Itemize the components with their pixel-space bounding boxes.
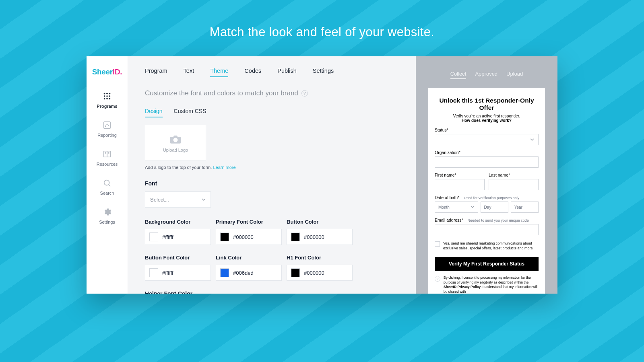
sidebar-item-label: Settings (99, 220, 115, 224)
form-subtitle: Verify you're an active first responder.… (435, 114, 539, 123)
color-field-title: Background Color (145, 219, 214, 225)
svg-point-2 (109, 93, 111, 95)
dob-label: Date of birth* Used for verification pur… (435, 195, 539, 200)
preview-tab-upload[interactable]: Upload (506, 71, 523, 79)
color-swatch (149, 232, 158, 241)
gear-icon (87, 208, 128, 216)
grid-icon (87, 92, 128, 101)
helper-font-color-label: Helper Font Color (145, 290, 400, 294)
dob-day-input[interactable]: Day (481, 202, 508, 213)
svg-point-3 (104, 95, 105, 97)
sidebar: SheerID. Programs Reporting Resources Se (87, 56, 128, 294)
color-field-1: Primary Font Color#000000 (216, 219, 285, 255)
help-icon[interactable]: ? (301, 90, 308, 97)
color-value: #000000 (304, 234, 324, 240)
svg-point-10 (105, 126, 106, 127)
color-value: #ffffff (162, 270, 173, 276)
preview-tab-approved[interactable]: Approved (475, 71, 497, 79)
svg-rect-13 (104, 151, 107, 157)
color-input[interactable]: #000000 (216, 229, 282, 245)
svg-point-12 (108, 125, 109, 126)
organization-label: Organization* (435, 150, 539, 155)
app-window: SheerID. Programs Reporting Resources Se (87, 56, 557, 294)
sidebar-item-programs[interactable]: Programs (87, 88, 128, 117)
color-value: #006ded (233, 270, 254, 276)
sidebar-item-search[interactable]: Search (87, 175, 128, 204)
svg-point-19 (104, 180, 109, 185)
sidebar-item-settings[interactable]: Settings (87, 204, 128, 232)
preview-form: Unlock this 1st Responder-Only Offer Ver… (428, 88, 545, 294)
preview-tab-collect[interactable]: Collect (450, 71, 466, 79)
svg-point-11 (107, 124, 107, 125)
color-swatch (291, 268, 300, 277)
sidebar-item-reporting[interactable]: Reporting (87, 117, 128, 146)
font-select[interactable]: Select... (145, 191, 211, 208)
learn-more-link[interactable]: Learn more (213, 165, 235, 170)
dob-year-input[interactable]: Year (511, 202, 539, 213)
form-title: Unlock this 1st Responder-Only Offer (435, 97, 539, 111)
svg-rect-9 (104, 122, 111, 129)
email-input[interactable] (435, 224, 539, 235)
logo-hint: Add a logo to the top of your form. Lear… (145, 165, 400, 170)
optin-text: Yes, send me sheerid marketing communica… (443, 241, 539, 251)
status-select[interactable] (435, 134, 539, 145)
color-input[interactable]: #000000 (287, 229, 353, 245)
color-field-2: Button Color#000000 (287, 219, 356, 255)
color-swatch (220, 232, 229, 241)
chevron-down-icon (471, 205, 475, 210)
color-field-5: H1 Font Color#000000 (287, 255, 356, 290)
svg-point-6 (104, 98, 105, 100)
preview-tabs: Collect Approved Upload (450, 56, 523, 84)
subtab-custom-css[interactable]: Custom CSS (174, 108, 206, 117)
svg-rect-14 (107, 151, 110, 157)
sidebar-item-label: Reporting (97, 133, 117, 138)
chevron-down-icon (530, 136, 534, 143)
tab-theme[interactable]: Theme (210, 68, 228, 77)
sidebar-item-label: Resources (97, 162, 118, 167)
color-grid: Background Color#ffffffPrimary Font Colo… (145, 219, 400, 290)
tab-text[interactable]: Text (184, 68, 194, 77)
tab-codes[interactable]: Codes (244, 68, 261, 77)
font-section-label: Font (145, 180, 400, 187)
color-swatch (220, 268, 229, 277)
color-field-title: Primary Font Color (216, 219, 285, 225)
sidebar-item-label: Programs (97, 104, 117, 109)
color-field-3: Button Font Color#ffffff (145, 255, 214, 290)
color-input[interactable]: #000000 (287, 265, 353, 281)
tab-program[interactable]: Program (145, 68, 167, 77)
optin-checkbox[interactable] (435, 241, 440, 247)
upload-logo-button[interactable]: Upload Logo (145, 125, 206, 161)
color-field-0: Background Color#ffffff (145, 219, 214, 255)
color-field-title: Button Font Color (145, 255, 214, 261)
subtab-design[interactable]: Design (145, 108, 163, 117)
color-value: #ffffff (162, 234, 173, 240)
preview-panel: Collect Approved Upload Unlock this 1st … (416, 56, 557, 294)
color-value: #000000 (304, 270, 324, 276)
tab-publish[interactable]: Publish (277, 68, 297, 77)
color-input[interactable]: #006ded (216, 265, 282, 281)
top-nav: Program Text Theme Codes Publish Setting… (145, 56, 400, 80)
last-name-input[interactable] (489, 179, 539, 190)
chart-icon (87, 121, 128, 130)
color-swatch (149, 268, 158, 277)
sidebar-item-resources[interactable]: Resources (87, 146, 128, 175)
consent-text: By clicking, I consent to processing my … (444, 276, 539, 294)
svg-point-5 (109, 95, 111, 97)
brand-logo: SheerID. (87, 56, 128, 88)
svg-point-7 (106, 98, 108, 100)
svg-point-0 (104, 93, 105, 95)
color-field-4: Link Color#006ded (216, 255, 285, 290)
verify-button[interactable]: Verify My First Responder Status (435, 257, 539, 271)
first-name-label: First name* (435, 173, 485, 177)
first-name-input[interactable] (435, 179, 485, 190)
color-input[interactable]: #ffffff (145, 265, 211, 281)
last-name-label: Last name* (489, 173, 539, 177)
tab-settings[interactable]: Settings (313, 68, 334, 77)
book-icon (87, 150, 128, 158)
svg-line-20 (109, 185, 110, 186)
color-input[interactable]: #ffffff (145, 229, 211, 245)
main-content: Program Text Theme Codes Publish Setting… (128, 56, 557, 294)
organization-input[interactable] (435, 156, 539, 168)
dob-month-select[interactable]: Month (435, 202, 478, 213)
svg-point-4 (106, 95, 108, 97)
